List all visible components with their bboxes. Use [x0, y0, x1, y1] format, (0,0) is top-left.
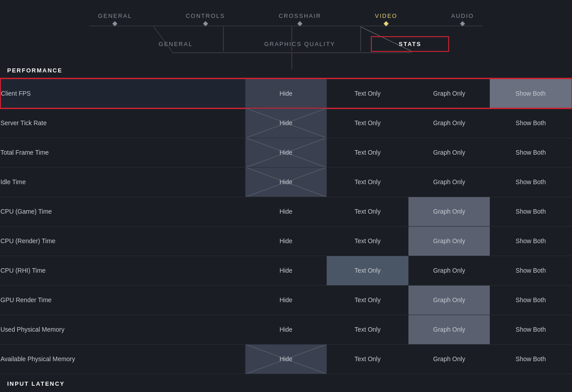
option-cell-show-both[interactable]: Show Both	[490, 138, 572, 167]
option-cell-text-only[interactable]: Text Only	[327, 344, 408, 374]
option-cell-graph-only[interactable]: Graph Only	[408, 315, 490, 344]
nav-diamond	[298, 21, 303, 26]
option-cell-hide[interactable]: Hide	[245, 79, 327, 108]
option-cell-text-only[interactable]: Text Only	[327, 256, 408, 285]
option-cell-hide[interactable]: Hide	[245, 256, 327, 285]
table-row: Used Physical MemoryHideText OnlyGraph O…	[0, 315, 572, 344]
top-navigation: GENERAL CONTROLS CROSSHAIR VIDEO AUDIO	[0, 0, 572, 30]
sub-navigation: GENERAL GRAPHICS QUALITY STATS	[0, 30, 572, 61]
row-label: CPU (Render) Time	[0, 226, 245, 256]
option-cell-show-both[interactable]: Show Both	[490, 256, 572, 285]
option-cell-text-only[interactable]: Text Only	[327, 167, 408, 197]
nav-crosshair[interactable]: CROSSHAIR	[252, 8, 348, 30]
option-cell-hide[interactable]: Hide	[245, 344, 327, 374]
subnav-stats[interactable]: STATS	[371, 36, 449, 52]
settings-table: Client FPSHideText OnlyGraph OnlyShow Bo…	[0, 78, 572, 374]
option-cell-hide[interactable]: Hide	[245, 285, 327, 315]
table-row: GPU Render TimeHideText OnlyGraph OnlySh…	[0, 285, 572, 315]
option-cell-show-both[interactable]: Show Both	[490, 79, 572, 108]
option-cell-graph-only[interactable]: Graph Only	[408, 256, 490, 285]
table-row: CPU (Render) TimeHideText OnlyGraph Only…	[0, 226, 572, 256]
section-performance-header: PERFORMANCE	[0, 61, 572, 78]
option-cell-graph-only[interactable]: Graph Only	[408, 226, 490, 256]
nav-diamond	[113, 21, 118, 26]
option-cell-text-only[interactable]: Text Only	[327, 315, 408, 344]
option-cell-show-both[interactable]: Show Both	[490, 167, 572, 197]
option-cell-text-only[interactable]: Text Only	[327, 285, 408, 315]
section-input-latency-header: INPUT LATENCY	[0, 374, 572, 392]
table-row: Available Physical MemoryHide Text OnlyG…	[0, 344, 572, 374]
row-label: Server Tick Rate	[0, 108, 245, 138]
option-cell-show-both[interactable]: Show Both	[490, 108, 572, 138]
table-row: Server Tick RateHide Text OnlyGraph Only…	[0, 108, 572, 138]
option-cell-hide[interactable]: Hide	[245, 315, 327, 344]
option-cell-hide[interactable]: Hide	[245, 197, 327, 226]
option-cell-hide[interactable]: Hide	[245, 226, 327, 256]
option-cell-hide[interactable]: Hide	[245, 138, 327, 167]
option-cell-show-both[interactable]: Show Both	[490, 285, 572, 315]
table-row: CPU (RHI) TimeHideText OnlyGraph OnlySho…	[0, 256, 572, 285]
subnav-general[interactable]: GENERAL	[123, 36, 228, 52]
option-cell-graph-only[interactable]: Graph Only	[408, 79, 490, 108]
row-label: Total Frame Time	[0, 138, 245, 167]
table-row: Client FPSHideText OnlyGraph OnlyShow Bo…	[0, 79, 572, 108]
row-label: Idle Time	[0, 167, 245, 197]
option-cell-text-only[interactable]: Text Only	[327, 79, 408, 108]
row-label: Available Physical Memory	[0, 344, 245, 374]
option-cell-show-both[interactable]: Show Both	[490, 344, 572, 374]
subnav-graphics-quality[interactable]: GRAPHICS QUALITY	[228, 36, 371, 52]
nav-diamond	[203, 21, 208, 26]
nav-diamond	[384, 21, 389, 26]
option-cell-graph-only[interactable]: Graph Only	[408, 108, 490, 138]
table-row: Total Frame TimeHide Text OnlyGraph Only…	[0, 138, 572, 167]
option-cell-show-both[interactable]: Show Both	[490, 315, 572, 344]
nav-diamond	[460, 21, 465, 26]
option-cell-graph-only[interactable]: Graph Only	[408, 285, 490, 315]
nav-controls[interactable]: CONTROLS	[159, 8, 252, 30]
option-cell-text-only[interactable]: Text Only	[327, 197, 408, 226]
row-label: Used Physical Memory	[0, 315, 245, 344]
row-label: GPU Render Time	[0, 285, 245, 315]
option-cell-graph-only[interactable]: Graph Only	[408, 197, 490, 226]
option-cell-hide[interactable]: Hide	[245, 167, 327, 197]
row-label: CPU (RHI) Time	[0, 256, 245, 285]
option-cell-graph-only[interactable]: Graph Only	[408, 344, 490, 374]
nav-audio[interactable]: AUDIO	[424, 8, 500, 30]
nav-video[interactable]: VIDEO	[348, 8, 424, 30]
option-cell-graph-only[interactable]: Graph Only	[408, 138, 490, 167]
option-cell-show-both[interactable]: Show Both	[490, 226, 572, 256]
option-cell-graph-only[interactable]: Graph Only	[408, 167, 490, 197]
table-row: CPU (Game) TimeHideText OnlyGraph OnlySh…	[0, 197, 572, 226]
option-cell-text-only[interactable]: Text Only	[327, 108, 408, 138]
option-cell-text-only[interactable]: Text Only	[327, 226, 408, 256]
nav-general[interactable]: GENERAL	[71, 8, 159, 30]
option-cell-hide[interactable]: Hide	[245, 108, 327, 138]
row-label: Client FPS	[0, 79, 245, 108]
option-cell-text-only[interactable]: Text Only	[327, 138, 408, 167]
table-row: Idle TimeHide Text OnlyGraph OnlyShow Bo…	[0, 167, 572, 197]
option-cell-show-both[interactable]: Show Both	[490, 197, 572, 226]
row-label: CPU (Game) Time	[0, 197, 245, 226]
